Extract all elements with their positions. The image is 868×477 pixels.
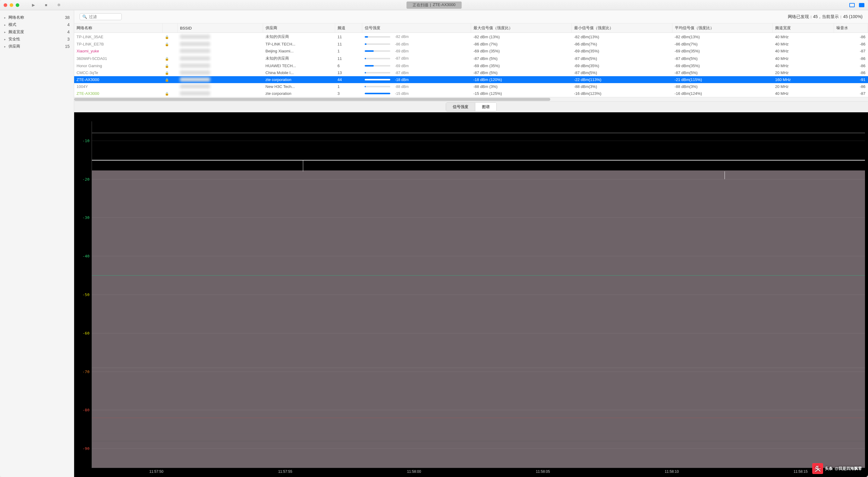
min-signal: -86 dBm(7%) bbox=[571, 41, 672, 47]
fullscreen-icon[interactable] bbox=[859, 3, 864, 7]
zoom-icon[interactable] bbox=[16, 3, 19, 7]
tab-signal-strength[interactable]: 信号强度 bbox=[446, 103, 475, 111]
vendor: 未知的供应商 bbox=[263, 33, 335, 41]
col-header[interactable]: BSSID bbox=[178, 24, 263, 33]
sidebar-item-4[interactable]: ▸供应商15 bbox=[0, 43, 74, 50]
max-signal: -15 dBm (125%) bbox=[471, 90, 572, 97]
table-row[interactable]: ZTE-AX3000🔒XX:XX:XX:XXzte corporation3-1… bbox=[74, 90, 868, 97]
min-signal: -16 dBm(123%) bbox=[571, 90, 672, 97]
vendor: New H3C Tech... bbox=[263, 83, 335, 90]
network-name: Honor Gaming bbox=[76, 64, 102, 68]
max-signal: -69 dBm (35%) bbox=[471, 62, 572, 69]
search-box[interactable]: 🔍 bbox=[80, 13, 122, 20]
bssid-blurred: XX:XX:XX:XX bbox=[180, 84, 210, 89]
horizontal-scrollbar[interactable] bbox=[74, 97, 868, 101]
noise: -86 bbox=[834, 62, 868, 69]
col-header[interactable]: 供应商 bbox=[263, 24, 335, 33]
table-row[interactable]: TP-LINK_35AE🔒XX:XX:XX:XX未知的供应商11-82 dBm-… bbox=[74, 33, 868, 41]
signal-chart: -10-20-30-40-50-60-70-80-9011:57:5011:57… bbox=[74, 112, 868, 477]
play-icon[interactable]: ▶ bbox=[31, 3, 36, 7]
x-tick-label: 11:58:05 bbox=[536, 470, 550, 474]
avg-signal: -87 dBm(5%) bbox=[672, 69, 773, 76]
sidebar-item-3[interactable]: ▸安全性3 bbox=[0, 36, 74, 43]
table-row[interactable]: ZTE-AX3000🔒XX:XX:XX:XXzte corporation44-… bbox=[74, 76, 868, 83]
max-signal: -18 dBm (120%) bbox=[471, 76, 572, 83]
filter-input[interactable] bbox=[89, 14, 119, 19]
network-name: TP-LINK_EE7B bbox=[76, 42, 104, 46]
channel: 11 bbox=[335, 41, 362, 47]
signal-cell: -86 dBm bbox=[365, 42, 469, 46]
signal-cell: -69 dBm bbox=[365, 64, 469, 68]
min-signal: -69 dBm(35%) bbox=[571, 62, 672, 69]
table-row[interactable]: 360WiFi-5CDA01🔒XX:XX:XX:XX未知的供应商11-87 dB… bbox=[74, 55, 868, 62]
sidebar-item-count: 4 bbox=[67, 30, 70, 34]
x-tick-label: 11:58:10 bbox=[664, 470, 679, 474]
col-header[interactable]: 频道宽度 bbox=[773, 24, 834, 33]
x-tick-label: 11:57:55 bbox=[278, 470, 292, 474]
bandwidth: 40 MHz bbox=[773, 47, 834, 55]
chevron-right-icon: ▸ bbox=[4, 45, 7, 48]
y-tick-label: -40 bbox=[83, 254, 90, 259]
table-row[interactable]: CMCC-3qTe🔒XX:XX:XX:XXChina Mobile I...13… bbox=[74, 69, 868, 76]
noise: -91 bbox=[834, 76, 868, 83]
sidebar-item-2[interactable]: ▸频道宽度4 bbox=[0, 28, 74, 36]
stop-icon[interactable]: ■ bbox=[44, 3, 48, 7]
col-header[interactable]: 最小信号值（强度比） bbox=[571, 24, 672, 33]
bssid-blurred: XX:XX:XX:XX bbox=[180, 42, 210, 46]
search-icon: 🔍 bbox=[82, 14, 87, 19]
col-header[interactable]: 平均信号值（强度比） bbox=[672, 24, 773, 33]
channel: 3 bbox=[335, 90, 362, 97]
y-tick-label: -90 bbox=[83, 446, 90, 451]
device-name: ZTE-AX3000 bbox=[433, 2, 456, 8]
minimize-icon[interactable] bbox=[10, 3, 13, 7]
titlebar: ▶ ■ ✲ 正在扫描 | ZTE-AX3000 bbox=[0, 0, 868, 10]
network-name: ZTE-AX3000 bbox=[76, 91, 99, 96]
col-header[interactable]: 噪音水 bbox=[834, 24, 868, 33]
col-header[interactable]: 信号强度 bbox=[362, 24, 471, 33]
bssid-blurred: XX:XX:XX:XX bbox=[180, 49, 210, 53]
sidebar: ▸网络名称38▸模式4▸频道宽度4▸安全性3▸供应商15 bbox=[0, 10, 74, 477]
col-header[interactable]: 最大信号值（强度比） bbox=[471, 24, 572, 33]
channel: 6 bbox=[335, 62, 362, 69]
y-tick-label: -70 bbox=[83, 369, 90, 374]
close-icon[interactable] bbox=[4, 3, 7, 7]
signal-cell: -18 dBm bbox=[365, 78, 469, 82]
noise: -86 bbox=[834, 41, 868, 47]
lock-icon: 🔒 bbox=[165, 92, 169, 96]
avg-signal: -69 dBm(35%) bbox=[672, 62, 773, 69]
y-tick-label: -60 bbox=[83, 331, 90, 335]
tab-spectrum[interactable]: 图谱 bbox=[475, 103, 496, 111]
bssid-blurred: XX:XX:XX:XX bbox=[180, 91, 210, 96]
noise: -87 bbox=[834, 90, 868, 97]
table-row[interactable]: Honor Gaming🔒XX:XX:XX:XXHUAWEI TECH...6-… bbox=[74, 62, 868, 69]
sidebar-toggle-icon[interactable] bbox=[849, 3, 855, 7]
col-header[interactable]: 网络名称 bbox=[74, 24, 162, 33]
avg-signal: -16 dBm(124%) bbox=[672, 90, 773, 97]
avg-signal: -82 dBm(13%) bbox=[672, 33, 773, 41]
window-controls bbox=[4, 3, 19, 7]
channel: 44 bbox=[335, 76, 362, 83]
sidebar-item-count: 15 bbox=[65, 44, 70, 49]
bandwidth: 160 MHz bbox=[773, 76, 834, 83]
min-signal: -82 dBm(13%) bbox=[571, 33, 672, 41]
avg-signal: -21 dBm(115%) bbox=[672, 76, 773, 83]
sidebar-item-0[interactable]: ▸网络名称38 bbox=[0, 14, 74, 21]
col-header[interactable] bbox=[162, 24, 178, 33]
signal-cell: -87 dBm bbox=[365, 56, 469, 61]
sidebar-item-1[interactable]: ▸模式4 bbox=[0, 21, 74, 28]
chevron-right-icon: ▸ bbox=[4, 30, 7, 34]
max-signal: -82 dBm (13%) bbox=[471, 33, 572, 41]
chevron-right-icon: ▸ bbox=[4, 23, 7, 27]
vendor: zte corporation bbox=[263, 90, 335, 97]
watermark-logo-icon: 头 bbox=[812, 463, 823, 474]
series-line bbox=[92, 275, 865, 276]
bandwidth: 20 MHz bbox=[773, 83, 834, 90]
network-name: 360WiFi-5CDA01 bbox=[76, 56, 107, 61]
bandwidth: 40 MHz bbox=[773, 90, 834, 97]
col-header[interactable]: 频道 bbox=[335, 24, 362, 33]
sidebar-item-label: 频道宽度 bbox=[8, 29, 24, 35]
table-row[interactable]: TP-LINK_EE7B🔒XX:XX:XX:XXTP-LINK TECH...1… bbox=[74, 41, 868, 47]
bssid-blurred: XX:XX:XX:XX bbox=[180, 77, 210, 81]
table-row[interactable]: Xiaomi_yukeXX:XX:XX:XXBeijing Xiaomi...1… bbox=[74, 47, 868, 55]
table-row[interactable]: 1004YXX:XX:XX:XXNew H3C Tech...1-88 dBm-… bbox=[74, 83, 868, 90]
